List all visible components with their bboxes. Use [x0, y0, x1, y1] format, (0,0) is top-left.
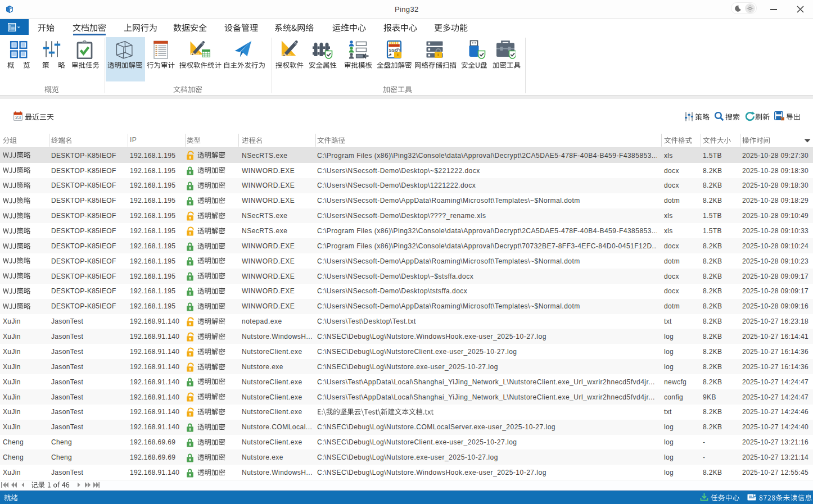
- svg-text:SSD: SSD: [389, 48, 399, 53]
- svg-text:23: 23: [15, 115, 21, 120]
